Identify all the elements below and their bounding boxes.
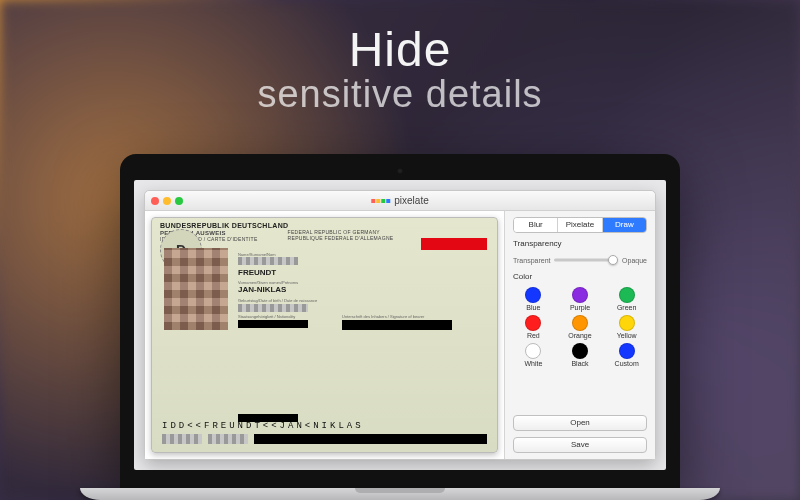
swatch-label: Green xyxy=(617,304,636,311)
redaction-black xyxy=(238,320,308,328)
id-card: BUNDESREPUBLIK DEUTSCHLAND PERSONALAUSWE… xyxy=(151,217,498,453)
swatch-label: Purple xyxy=(570,304,590,311)
swatch-label: Red xyxy=(527,332,540,339)
laptop-base xyxy=(80,488,720,500)
redaction-red xyxy=(421,238,487,250)
redaction-black xyxy=(254,434,487,444)
dob-field: Geburtstag/Date of birth / Date de naiss… xyxy=(238,298,317,313)
color-green[interactable]: Green xyxy=(606,287,647,311)
swatch-circle xyxy=(525,315,541,331)
open-button[interactable]: Open xyxy=(513,415,647,431)
given-value: JAN-NIKLAS xyxy=(238,285,298,294)
tab-pixelate[interactable]: Pixelate xyxy=(558,218,602,232)
swatch-label: Orange xyxy=(568,332,591,339)
slider-knob[interactable] xyxy=(608,255,618,265)
save-button[interactable]: Save xyxy=(513,437,647,453)
swatch-circle xyxy=(572,287,588,303)
spacer xyxy=(513,373,647,409)
redaction-black xyxy=(342,320,452,330)
laptop-mock: pixelate BUNDESREPUBLIK DEUTSCHLAND PERS… xyxy=(120,154,680,500)
swatch-circle xyxy=(619,315,635,331)
mrz-zone: IDD<<FREUNDT<<JAN<NIKLAS xyxy=(162,419,487,444)
window-title-text: pixelate xyxy=(394,195,428,206)
nat-label: Staatsangehörigkeit / Nationality xyxy=(238,314,295,319)
sig-field: Unterschrift des Inhabers / Signature of… xyxy=(342,314,424,319)
swatch-label: Yellow xyxy=(617,332,637,339)
swatch-circle xyxy=(619,343,635,359)
laptop-notch xyxy=(355,488,445,493)
image-canvas[interactable]: BUNDESREPUBLIK DEUTSCHLAND PERSONALAUSWE… xyxy=(145,211,505,459)
camera-icon xyxy=(397,168,403,174)
color-black[interactable]: Black xyxy=(560,343,601,367)
sig-label: Unterschrift des Inhabers / Signature of… xyxy=(342,314,424,319)
color-blue[interactable]: Blue xyxy=(513,287,554,311)
slider-max-label: Opaque xyxy=(622,257,647,264)
swatch-circle xyxy=(525,343,541,359)
pixelated-text xyxy=(162,434,202,444)
surname-field: Name/Surname/Nom FREUNDT xyxy=(238,252,298,277)
card-country-sub2: REPUBLIQUE FEDERALE D'ALLEMAGNE xyxy=(288,236,394,242)
swatch-circle xyxy=(572,315,588,331)
pixelated-text xyxy=(238,257,298,265)
marketing-headline: Hide sensitive details xyxy=(0,0,800,116)
swatch-label: White xyxy=(524,360,542,367)
traffic-lights xyxy=(151,197,183,205)
pixelated-text xyxy=(238,304,308,312)
dob-label: Geburtstag/Date of birth / Date de naiss… xyxy=(238,298,317,303)
app-window: pixelate BUNDESREPUBLIK DEUTSCHLAND PERS… xyxy=(144,190,656,460)
tab-draw[interactable]: Draw xyxy=(603,218,646,232)
minimize-icon[interactable] xyxy=(163,197,171,205)
swatch-circle xyxy=(572,343,588,359)
close-icon[interactable] xyxy=(151,197,159,205)
app-content: BUNDESREPUBLIK DEUTSCHLAND PERSONALAUSWE… xyxy=(145,211,655,459)
color-orange[interactable]: Orange xyxy=(560,315,601,339)
color-red[interactable]: Red xyxy=(513,315,554,339)
card-photo xyxy=(164,248,228,330)
color-yellow[interactable]: Yellow xyxy=(606,315,647,339)
pixelate-overlay xyxy=(164,248,228,330)
nat-field: Staatsangehörigkeit / Nationality xyxy=(238,314,295,319)
headline-line1: Hide xyxy=(0,22,800,77)
surname-value: FREUNDT xyxy=(238,268,298,277)
zoom-icon[interactable] xyxy=(175,197,183,205)
laptop-screen: pixelate BUNDESREPUBLIK DEUTSCHLAND PERS… xyxy=(134,180,666,470)
app-logo-icon xyxy=(371,199,390,203)
tool-tabs: BlurPixelateDraw xyxy=(513,217,647,233)
tab-blur[interactable]: Blur xyxy=(514,218,558,232)
swatch-circle xyxy=(525,287,541,303)
swatch-label: Custom xyxy=(615,360,639,367)
headline-line2: sensitive details xyxy=(0,73,800,116)
swatch-label: Black xyxy=(571,360,588,367)
mrz-line1: IDD<<FREUNDT<<JAN<NIKLAS xyxy=(162,419,487,434)
tools-sidebar: BlurPixelateDraw Transparency Transparen… xyxy=(505,211,655,459)
color-white[interactable]: White xyxy=(513,343,554,367)
transparency-label: Transparency xyxy=(513,239,647,248)
transparency-slider[interactable] xyxy=(554,254,618,266)
color-label: Color xyxy=(513,272,647,281)
slider-min-label: Transparent xyxy=(513,257,550,264)
swatch-label: Blue xyxy=(526,304,540,311)
color-swatches: BluePurpleGreenRedOrangeYellowWhiteBlack… xyxy=(513,287,647,367)
window-titlebar[interactable]: pixelate xyxy=(145,191,655,211)
swatch-circle xyxy=(619,287,635,303)
pixelated-text xyxy=(208,434,248,444)
transparency-row: Transparent Opaque xyxy=(513,254,647,266)
color-purple[interactable]: Purple xyxy=(560,287,601,311)
given-field: Vornamen/Given names/Prénoms JAN-NIKLAS xyxy=(238,280,298,294)
color-custom[interactable]: Custom xyxy=(606,343,647,367)
window-title: pixelate xyxy=(371,195,428,206)
laptop-bezel: pixelate BUNDESREPUBLIK DEUTSCHLAND PERS… xyxy=(120,154,680,488)
